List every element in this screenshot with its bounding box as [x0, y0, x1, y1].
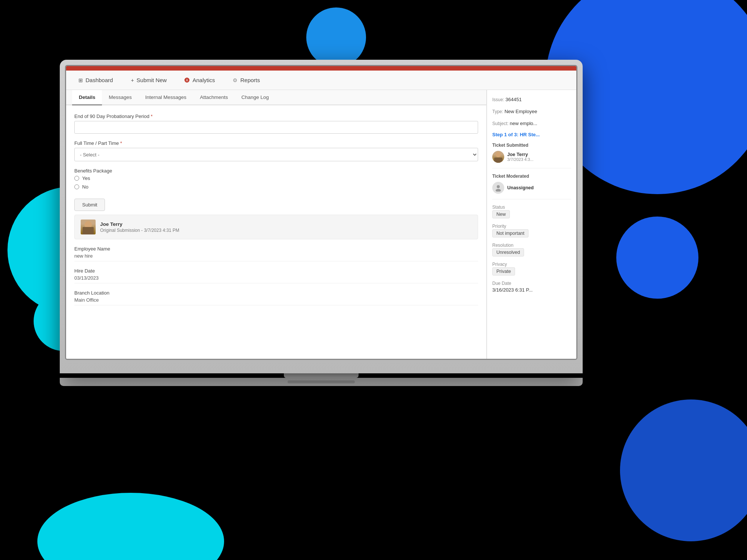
rp-submitted-title: Ticket Submitted [492, 143, 571, 148]
rp-privacy-label: Privacy [492, 262, 571, 267]
laptop-body: ⊞ Dashboard + Submit New 🅐 Analytics ⚙ R… [60, 60, 583, 373]
form-panel: Details Messages Internal Messages Attac… [66, 90, 487, 360]
right-panel: Issue: 364451 Type: New Employee Subject… [487, 90, 576, 360]
tab-analytics[interactable]: 🅐 Analytics [176, 71, 223, 90]
fulltime-required: * [120, 140, 122, 146]
deco-circle-blue-mid [616, 217, 698, 299]
benefits-yes[interactable]: Yes [74, 175, 478, 181]
deco-circle-teal-btm [37, 493, 224, 560]
laptop-screen: ⊞ Dashboard + Submit New 🅐 Analytics ⚙ R… [65, 65, 577, 360]
detail-tabs: Details Messages Internal Messages Attac… [66, 90, 486, 105]
rp-ticket-submitted-section: Ticket Submitted Joe Terry 3/7/2023 4:3.… [492, 143, 571, 168]
benefits-no-radio[interactable] [74, 184, 79, 189]
hire-date-label: Hire Date [74, 268, 478, 274]
deco-circle-blue-top [306, 7, 366, 67]
benefits-label: Benefits Package [74, 168, 478, 174]
rp-moderated-title: Ticket Moderated [492, 174, 571, 179]
rp-ticket-moderated-section: Ticket Moderated Unassigned [492, 174, 571, 199]
tab-details[interactable]: Details [72, 90, 102, 105]
rp-type-label: Type: New Employee [492, 109, 537, 114]
employee-name-value: new hire [74, 253, 478, 261]
probationary-group: End of 90 Day Probationary Period * [74, 113, 478, 134]
benefits-yes-radio[interactable] [74, 176, 79, 181]
benefits-no[interactable]: No [74, 184, 478, 190]
deco-circle-blue-btm [620, 399, 747, 541]
form-content: End of 90 Day Probationary Period * Full… [66, 105, 486, 320]
rp-due-date-label: Due Date [492, 281, 571, 286]
tab-reports[interactable]: ⚙ Reports [224, 71, 269, 90]
rp-status-label: Status [492, 205, 571, 210]
tab-change-log[interactable]: Change Log [235, 90, 276, 105]
employee-name-field: Employee Name new hire [74, 246, 478, 261]
plus-icon: + [131, 77, 134, 83]
tab-internal-messages[interactable]: Internal Messages [139, 90, 193, 105]
rp-resolution: Resolution Unresolved [492, 243, 571, 256]
rp-resolution-label: Resolution [492, 243, 571, 248]
moderated-person-info: Unassigned [507, 185, 534, 190]
tab-submit-new-label: Submit New [137, 77, 167, 83]
submit-button[interactable]: Submit [74, 199, 105, 211]
top-bar [66, 66, 576, 71]
probationary-input[interactable] [74, 121, 478, 134]
svg-point-0 [497, 185, 500, 188]
fulltime-select[interactable]: - Select - Full Time Part Time [74, 148, 478, 161]
submitted-name: Joe Terry [507, 152, 533, 157]
rp-issue-label: Issue: 364451 [492, 97, 522, 102]
hire-date-value: 03/13/2023 [74, 275, 478, 283]
tab-submit-new[interactable]: + Submit New [122, 71, 175, 90]
rp-type: Type: New Employee [492, 108, 571, 115]
avatar-head-sm [496, 152, 501, 157]
tab-dashboard-label: Dashboard [86, 77, 113, 83]
avatar-body-sm [494, 158, 502, 163]
rp-status: Status New [492, 205, 571, 218]
rp-moderated-person: Unassigned [492, 182, 571, 194]
rp-subject: Subject: new emplo... [492, 120, 571, 127]
rp-privacy: Privacy Private [492, 262, 571, 276]
resolution-badge: Unresolved [492, 248, 524, 256]
gear-icon: ⚙ [233, 77, 238, 83]
rp-priority: Priority Not important [492, 224, 571, 237]
branch-location-field: Branch Location Main Office [74, 290, 478, 305]
rp-subject-label: Subject: new emplo... [492, 121, 537, 126]
svg-point-1 [496, 189, 501, 192]
tab-messages[interactable]: Messages [102, 90, 139, 105]
status-badge: New [492, 210, 510, 218]
tab-analytics-label: Analytics [192, 77, 215, 83]
submitted-person-info: Joe Terry 3/7/2023 4:3... [507, 152, 533, 162]
moderated-avatar [492, 182, 504, 194]
laptop-notch [284, 373, 359, 378]
benefits-radio-group: Yes No [74, 175, 478, 190]
fulltime-group: Full Time / Part Time * - Select - Full … [74, 140, 478, 161]
submission-date: Original Submission - 3/7/2023 4:31 PM [100, 228, 179, 233]
tab-attachments[interactable]: Attachments [193, 90, 235, 105]
submitter-name: Joe Terry [100, 221, 179, 227]
grid-icon: ⊞ [78, 77, 83, 83]
moderated-name: Unassigned [507, 185, 534, 190]
rp-submitted-person: Joe Terry 3/7/2023 4:3... [492, 151, 571, 163]
privacy-badge: Private [492, 267, 515, 276]
laptop-base-wrap [60, 373, 583, 378]
submitted-avatar [492, 151, 504, 163]
nav-bar: ⊞ Dashboard + Submit New 🅐 Analytics ⚙ R… [66, 71, 576, 90]
laptop-base [60, 378, 583, 386]
branch-location-value: Main Office [74, 297, 478, 305]
hire-date-field: Hire Date 03/13/2023 [74, 268, 478, 283]
laptop-container: ⊞ Dashboard + Submit New 🅐 Analytics ⚙ R… [60, 60, 583, 396]
rp-priority-label: Priority [492, 224, 571, 229]
probationary-required: * [151, 113, 153, 119]
tab-reports-label: Reports [240, 77, 260, 83]
probationary-label: End of 90 Day Probationary Period * [74, 113, 478, 119]
submission-entry: Joe Terry Original Submission - 3/7/2023… [74, 215, 478, 239]
main-area: Details Messages Internal Messages Attac… [66, 90, 576, 360]
rp-due-date: Due Date 3/16/2023 6:31 P... [492, 281, 571, 293]
avatar-body [83, 227, 94, 234]
rp-step: Step 1 of 3: HR Ste... [492, 132, 571, 137]
rp-issue: Issue: 364451 [492, 96, 571, 103]
benefits-group: Benefits Package Yes No [74, 168, 478, 190]
priority-badge: Not important [492, 229, 529, 237]
branch-location-label: Branch Location [74, 290, 478, 296]
submission-info: Joe Terry Original Submission - 3/7/2023… [100, 221, 179, 233]
tab-dashboard[interactable]: ⊞ Dashboard [70, 71, 121, 90]
due-date-value: 3/16/2023 6:31 P... [492, 287, 533, 293]
employee-name-label: Employee Name [74, 246, 478, 252]
